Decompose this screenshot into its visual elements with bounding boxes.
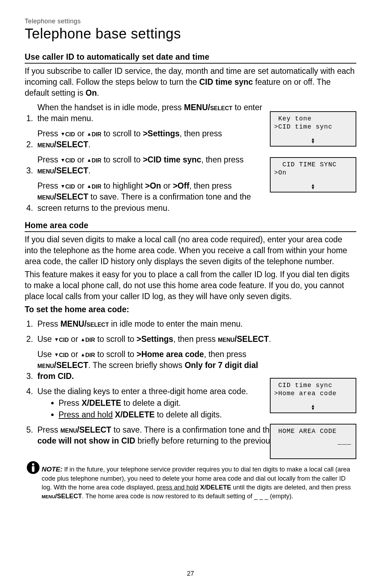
down-icon [54,350,59,359]
breadcrumb: Telephone settings [25,18,356,25]
scroll-arrows-icon [271,138,356,144]
scroll-arrows-icon [271,184,356,190]
up-icon [80,350,85,359]
step: Press MENU/select in idle mode to enter … [35,319,356,329]
down-icon [60,155,65,164]
up-icon [87,155,92,164]
svg-rect-2 [32,466,34,472]
para: This feature makes it easy for you to pl… [25,269,356,302]
info-icon [25,461,42,477]
section-heading-hac: Home area code [25,221,356,232]
section-intro-cid: If you subscribe to caller ID service, t… [25,66,356,99]
lcd-screen-4: HOME AREA CODE ___ [270,424,356,459]
up-icon [87,181,92,190]
page: Telephone settings Telephone base settin… [0,0,381,588]
page-number: 27 [0,570,381,577]
scroll-arrows-icon [271,405,356,410]
up-icon [87,129,92,138]
down-icon [60,129,65,138]
note-body: NOTE: If in the future, your telephone s… [42,461,356,501]
up-icon [80,334,85,344]
para: If you dial seven digits to make a local… [25,234,356,267]
step: Use cid or dir to scroll to >Settings, t… [35,334,356,345]
note: NOTE: If in the future, your telephone s… [25,461,356,501]
lcd-screen-2: CID TIME SYNC >On [270,157,356,192]
down-icon [60,181,65,190]
section-heading-cid: Use caller ID to automatically set date … [25,52,356,64]
step: Use cid or dir to scroll to >Home area c… [35,349,356,382]
lcd-screen-3: CID time sync >Home area code [270,378,356,413]
page-title: Telephone base settings [25,26,356,42]
svg-point-1 [32,463,34,465]
down-icon [54,334,59,344]
subheading: To set the home area code: [25,304,356,315]
lcd-screen-1: Key tone >CID time sync [270,111,356,147]
